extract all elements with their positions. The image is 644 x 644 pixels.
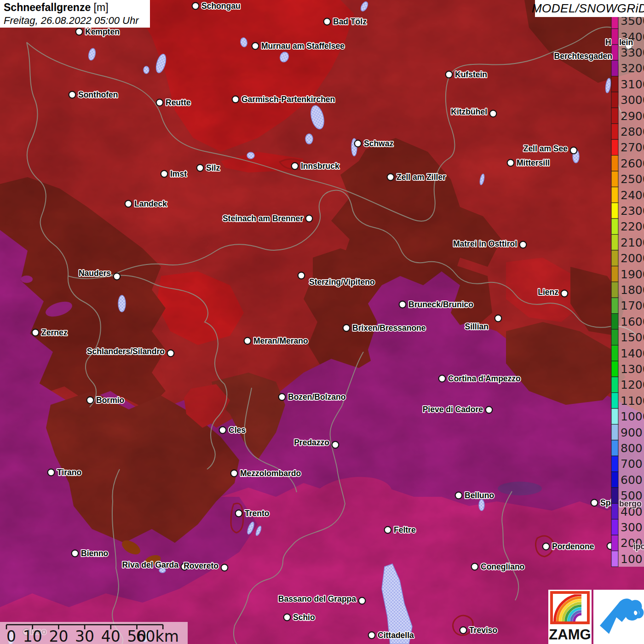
- colorbar-tick-label: 2600: [621, 157, 644, 170]
- city-label: Rovereto: [184, 561, 218, 570]
- city-dot: [87, 397, 94, 404]
- colorbar-tick-label: 700: [621, 457, 643, 471]
- city-label: Mittersill: [517, 158, 550, 167]
- city-label: Imst: [170, 169, 187, 178]
- colorbar-segment: [611, 45, 618, 60]
- colorbar-tick-label: 3100: [621, 78, 644, 91]
- colorbar-segment: [611, 235, 618, 250]
- partial-city-label: H: [605, 38, 611, 47]
- map-shape: [144, 66, 149, 74]
- map-title-unit: [m]: [94, 1, 109, 13]
- city-dot: [368, 632, 375, 639]
- city-label: Feltre: [394, 525, 416, 535]
- scalebar-label: 20: [49, 627, 68, 644]
- colorbar-segment: [611, 361, 618, 377]
- colorbar-tick-label: 100: [621, 552, 643, 566]
- city-dot: [385, 527, 391, 534]
- city-marker: Bienno: [72, 549, 109, 558]
- map-title: Schneefallgrenze [m]: [4, 1, 146, 14]
- city-marker: Bruneck/Brunico: [399, 300, 473, 309]
- city-label: Treviso: [469, 626, 497, 635]
- city-dot: [72, 550, 79, 557]
- city-dot: [472, 564, 478, 570]
- city-label: Kitzbühel: [451, 107, 487, 116]
- city-label: Lienz: [538, 288, 558, 297]
- city-marker: Brixen/Bressanone: [343, 323, 426, 333]
- colorbar-tick-label: 3200: [621, 62, 644, 75]
- city-dot: [399, 301, 406, 308]
- colorbar-segment: [611, 187, 618, 202]
- city-label: Riva del Garda: [122, 560, 178, 569]
- city-dot: [76, 29, 83, 35]
- colorbar-segment: [611, 535, 618, 551]
- city-label: Landeck: [134, 199, 167, 208]
- colorbar: 3500340033003200310030002900280027002600…: [611, 13, 644, 567]
- city-label: Schwaz: [364, 139, 393, 148]
- partial-city-label: bergo: [619, 499, 642, 508]
- city-label: Nauders: [79, 269, 111, 278]
- city-label: Zernez: [41, 328, 68, 337]
- city-marker: Cles: [219, 426, 246, 435]
- city-label: Schongau: [201, 1, 241, 11]
- colorbar-tick-label: 1500: [621, 331, 644, 344]
- colorbar-segment: [611, 408, 618, 424]
- scalebar-label: 30: [75, 627, 94, 644]
- city-dot: [156, 99, 163, 106]
- scalebar-label: 40: [101, 627, 121, 644]
- colorbar-segment: [611, 424, 618, 440]
- colorbar-segment: [611, 92, 618, 108]
- snowgrid-map-page: SchongauBad TölzKemptenMurnau am Staffel…: [0, 0, 644, 644]
- city-dot: [343, 325, 350, 332]
- colorbar-segment: [611, 139, 618, 155]
- colorbar-tick-label: 2100: [621, 236, 644, 249]
- city-label: Steinach am Brenner: [223, 214, 303, 223]
- colorbar-tick-label: 1400: [621, 347, 644, 360]
- city-label: Cles: [229, 426, 246, 435]
- map-shape: [118, 295, 126, 312]
- city-label: Bad Tölz: [333, 17, 367, 26]
- colorbar-segment: [611, 29, 618, 44]
- colorbar-segment: [611, 551, 618, 567]
- city-marker: Garmisch-Partenkirchen: [232, 95, 335, 104]
- city-dot: [490, 110, 497, 117]
- model-label: MODEL/SNOWGRiD: [532, 1, 644, 16]
- map-shape: Schneefallgrenze: [4, 1, 91, 13]
- colorbar-segment: [611, 76, 618, 92]
- colorbar-segment: [611, 440, 618, 456]
- city-label: Silz: [206, 163, 220, 172]
- colorbar-tick-label: 2200: [621, 220, 644, 233]
- colorbar-tick-label: 2900: [621, 109, 644, 123]
- city-marker: Meran/Merano: [244, 336, 308, 345]
- city-label: Schio: [293, 613, 315, 622]
- colorbar-tick-label: 1700: [621, 299, 644, 312]
- colorbar-segment: [611, 393, 618, 408]
- colorbar-segment: [611, 250, 618, 266]
- city-dot: [284, 614, 291, 621]
- city-label: Brixen/Bressanone: [352, 323, 426, 333]
- city-dot: [306, 215, 313, 222]
- city-label: Garmisch-Partenkirchen: [242, 95, 335, 104]
- city-dot: [520, 242, 527, 248]
- city-marker: Zernez: [32, 328, 68, 337]
- city-dot: [221, 564, 228, 571]
- city-label: Murnau am Staffelsee: [261, 41, 345, 51]
- city-dot: [167, 350, 174, 357]
- city-dot: [244, 338, 251, 345]
- city-marker: Bassano del Grappa: [278, 594, 366, 604]
- city-label: Zell am Ziller: [397, 172, 446, 182]
- city-label: Bassano del Grappa: [278, 594, 356, 604]
- map-canvas: SchongauBad TölzKemptenMurnau am Staffel…: [0, 0, 644, 644]
- colorbar-segment: [611, 456, 618, 472]
- colorbar-tick-label: 2500: [621, 172, 644, 186]
- city-label: Bormio: [96, 396, 124, 405]
- city-label: Mezzolombardo: [240, 469, 301, 478]
- city-dot: [387, 174, 394, 181]
- colorbar-segment: [611, 472, 618, 488]
- city-label: Zell am See: [523, 144, 568, 153]
- city-label: Kempten: [85, 27, 120, 36]
- city-dot: [439, 375, 446, 382]
- colorbar-tick-label: 2800: [621, 125, 644, 138]
- colorbar-segment: [611, 314, 618, 329]
- colorbar-tick-label: 900: [621, 426, 643, 439]
- city-dot: [279, 394, 286, 401]
